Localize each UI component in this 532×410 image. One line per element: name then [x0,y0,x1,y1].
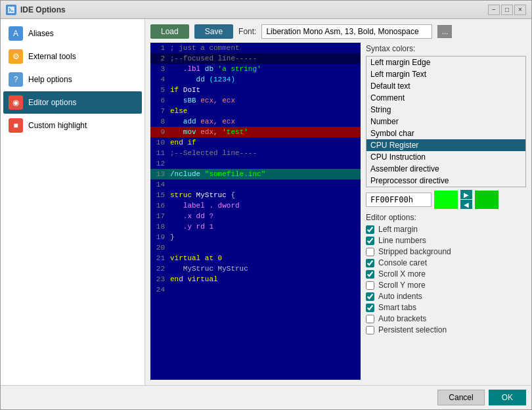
line-content-1: ; just a comment [169,43,361,53]
color-swatch-right[interactable] [475,191,499,209]
sidebar: AAliases⚙External tools?Help options◉Edi… [1,19,145,385]
ok-button[interactable]: OK [489,390,526,405]
code-line-5: 5if DoIt [150,85,361,95]
line-content-2: ;--focused line----- [169,53,361,64]
cb-auto-brackets-label: Auto brackets [378,314,426,323]
line-number-6: 6 [150,95,169,106]
app-icon [6,5,16,15]
cb-scroll-y[interactable] [366,281,374,290]
code-line-24: 24 [150,285,361,295]
syntax-item-comment[interactable]: Comment [366,92,525,104]
code-line-18: 18 .y rd 1 [150,221,361,232]
line-content-23: end virtual [169,274,361,285]
sidebar-item-help-options[interactable]: ?Help options [3,68,142,91]
checkbox-row-cb-auto-indents: Auto indents [366,292,526,301]
code-editor[interactable]: 1; just a comment2;--focused line-----3 … [150,43,361,380]
sidebar-item-external-tools[interactable]: ⚙External tools [3,45,142,68]
line-content-24 [169,285,361,295]
syntax-item-left-margin-text[interactable]: Left margin Text [366,68,525,80]
line-number-8: 8 [150,116,169,127]
editor-options-title: Editor options: [366,213,526,222]
syntax-item-string[interactable]: String [366,104,525,116]
line-content-8: add eax, ecx [169,116,361,127]
code-line-7: 7else [150,106,361,116]
sidebar-item-custom-highlight[interactable]: ■Custom highlight [3,114,142,137]
cb-console-caret-label: Console caret [378,258,427,267]
color-swatch-left[interactable] [434,191,458,209]
line-number-2: 2 [150,53,169,64]
syntax-item-default-text[interactable]: Default text [366,80,525,92]
cb-persistent-sel-label: Persistent selection [378,325,447,334]
checkbox-row-cb-stripped-bg: Stripped background [366,247,526,256]
color-arrow-right[interactable]: ▶ [460,190,472,199]
external-tools-icon: ⚙ [9,49,23,64]
line-content-13: /nclude "somefile.inc" [169,169,361,179]
cb-left-margin[interactable] [366,225,374,234]
cb-console-caret[interactable] [366,259,374,267]
code-line-23: 23end virtual [150,274,361,285]
cb-smart-tabs-label: Smart tabs [378,303,416,312]
editor-options-icon: ◉ [9,95,23,110]
editor-checkboxes: Left marginLine numbersStripped backgrou… [366,225,526,334]
syntax-item-assembler-directive[interactable]: Assembler directive [366,163,525,175]
cb-scroll-y-label: Scroll Y more [378,281,426,290]
cb-line-numbers[interactable] [366,237,374,245]
line-content-14 [169,179,361,190]
line-number-1: 1 [150,43,169,53]
line-content-16: label . dword [169,200,361,211]
sidebar-item-aliases[interactable]: AAliases [3,22,142,45]
syntax-colors-list[interactable]: Left margin EdgeLeft margin TextDefault … [366,56,526,187]
line-number-14: 14 [150,179,169,190]
checkbox-row-cb-line-numbers: Line numbers [366,236,526,245]
maximize-button[interactable]: □ [501,5,513,15]
cb-scroll-x[interactable] [366,270,374,279]
title-bar: IDE Options − □ × [1,1,531,19]
line-number-22: 22 [150,263,169,274]
line-number-7: 7 [150,106,169,116]
save-button[interactable]: Save [194,24,233,39]
font-browse-button[interactable]: ... [437,25,452,38]
syntax-item-number[interactable]: Number [366,116,525,127]
line-number-19: 19 [150,232,169,242]
checkbox-row-cb-smart-tabs: Smart tabs [366,303,526,312]
cb-persistent-sel[interactable] [366,326,374,334]
editor-area: 1; just a comment2;--focused line-----3 … [150,43,526,380]
cb-stripped-bg[interactable] [366,248,374,256]
footer: Cancel OK [1,385,531,409]
cb-auto-indents[interactable] [366,292,374,301]
help-options-icon: ? [9,72,23,87]
cb-smart-tabs[interactable] [366,304,374,312]
color-hex-input[interactable] [366,193,432,207]
custom-highlight-icon: ■ [9,118,23,133]
minimize-button[interactable]: − [488,5,500,15]
color-arrow-left[interactable]: ◀ [460,200,472,209]
syntax-item-cpu-register[interactable]: CPU Register [366,139,525,151]
syntax-item-left-margin-edge[interactable]: Left margin Edge [366,57,525,68]
line-number-18: 18 [150,221,169,232]
line-content-4: dd (1234) [169,74,361,85]
checkbox-row-cb-console-caret: Console caret [366,258,526,267]
content-area: AAliases⚙External tools?Help options◉Edi… [1,19,531,385]
sidebar-item-editor-options[interactable]: ◉Editor options [3,91,142,114]
syntax-item-symbol-char[interactable]: Symbol char [366,127,525,139]
syntax-item-preprocessor-directive[interactable]: Preprocessor directive [366,175,525,187]
code-line-16: 16 label . dword [150,200,361,211]
line-number-21: 21 [150,253,169,263]
syntax-item-cpu-instruction[interactable]: CPU Instruction [366,151,525,163]
cb-auto-brackets[interactable] [366,315,374,323]
editor-options-section: Editor options: Left marginLine numbersS… [366,213,526,336]
font-input[interactable] [261,24,432,39]
line-content-5: if DoIt [169,85,361,95]
code-line-6: 6 sBB ecx, ecx [150,95,361,106]
close-button[interactable]: × [514,5,526,15]
cancel-button[interactable]: Cancel [437,390,484,405]
main-panel: Load Save Font: ... 1; just a comment2;-… [145,19,531,385]
line-content-19: } [169,232,361,242]
line-content-21: virtual at 0 [169,253,361,263]
syntax-colors-title: Syntax colors: [366,43,526,55]
load-button[interactable]: Load [150,24,189,39]
checkbox-row-cb-scroll-x: Scroll X more [366,269,526,279]
cb-left-margin-label: Left margin [378,225,418,234]
title-buttons: − □ × [488,5,526,15]
right-panel: Syntax colors: Left margin EdgeLeft marg… [366,43,526,380]
